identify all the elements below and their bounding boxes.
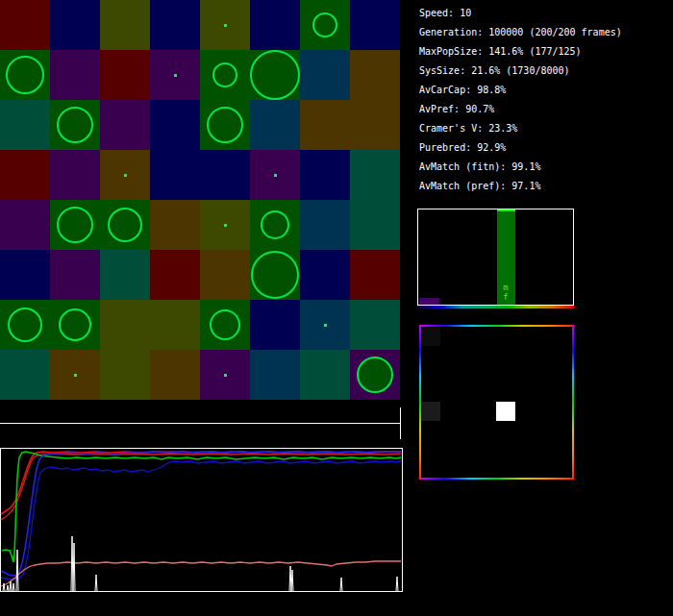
hue-scale-strip [417, 306, 574, 308]
stat-line: Generation: 100000 (200/200 frames) [419, 23, 622, 42]
group-ring [6, 56, 44, 94]
app-window: Speed: 10Generation: 100000 (200/200 fra… [0, 0, 673, 616]
map-cell [150, 350, 200, 400]
map-cell [0, 350, 50, 400]
map-cell [150, 0, 200, 50]
history-chart [0, 448, 403, 592]
timeline-thumb[interactable] [400, 407, 401, 439]
map-cell [350, 150, 400, 200]
map-cell [50, 0, 100, 50]
event-spike [73, 543, 75, 591]
map-cell [300, 50, 350, 100]
creature-dot [224, 24, 227, 27]
histogram-bar-cap [497, 209, 515, 211]
map-cell [250, 100, 300, 150]
histogram-bar-green: m f [497, 209, 515, 305]
map-cell [250, 300, 300, 350]
map-cell [150, 100, 200, 150]
matrix-cell [421, 327, 440, 346]
red-curve-a [1, 452, 401, 514]
histogram-bar-purple [419, 298, 439, 305]
map-cell [300, 150, 350, 200]
map-cell [100, 0, 150, 50]
map-cell [350, 0, 400, 50]
map-cell [100, 350, 150, 400]
matrix-edge-top [419, 325, 574, 327]
matrix-cell [496, 402, 515, 421]
map-cell [0, 200, 50, 250]
map-cell [150, 150, 200, 200]
map-cell [0, 100, 50, 150]
group-ring [261, 210, 289, 239]
creature-dot [324, 324, 327, 327]
map-cell [300, 250, 350, 300]
species-histogram-panel: m f [417, 209, 574, 306]
event-spike [10, 581, 12, 591]
map-cell [300, 100, 350, 150]
map-cell [150, 250, 200, 300]
group-ring [207, 107, 243, 143]
group-ring [59, 308, 91, 341]
group-ring [212, 62, 237, 87]
map-cell [350, 50, 400, 100]
world-grid[interactable] [0, 0, 400, 400]
map-cell [50, 50, 100, 100]
stat-line: AvMatch (pref): 97.1% [419, 177, 622, 196]
map-cell [0, 0, 50, 50]
creature-dot [274, 174, 277, 177]
map-cell [50, 150, 100, 200]
map-cell [50, 250, 100, 300]
event-spike [291, 570, 293, 591]
event-spike [95, 575, 97, 591]
map-cell [350, 100, 400, 150]
matrix-edge-bottom [419, 478, 574, 480]
timeline-track [0, 423, 401, 424]
map-cell [100, 100, 150, 150]
event-spike [396, 577, 398, 591]
group-ring [8, 308, 42, 342]
creature-dot [124, 174, 127, 177]
map-cell [0, 250, 50, 300]
red-curve-b [1, 454, 401, 520]
stat-line: AvMatch (fitn): 99.1% [419, 158, 622, 177]
matrix-edge-right [572, 325, 574, 480]
stat-line: Purebred: 92.9% [419, 138, 622, 158]
group-ring [57, 207, 93, 243]
stat-line: AvCarCap: 98.8% [419, 81, 622, 100]
map-cell [100, 250, 150, 300]
map-cell [0, 150, 50, 200]
map-cell [200, 250, 250, 300]
map-cell [200, 150, 250, 200]
blue-curve-a [1, 452, 401, 576]
map-cell [100, 50, 150, 100]
group-ring [57, 107, 93, 143]
map-cell [300, 350, 350, 400]
map-cell [350, 200, 400, 250]
mating-matrix-panel [419, 325, 574, 480]
creature-dot [224, 224, 227, 227]
event-spike [7, 585, 9, 591]
stat-line: AvPref: 90.7% [419, 100, 622, 119]
chart-border [1, 449, 403, 592]
group-ring [108, 208, 142, 242]
map-cell [300, 200, 350, 250]
group-disc [357, 357, 393, 393]
group-ring [312, 12, 337, 37]
event-spike [16, 550, 18, 591]
map-cell [250, 350, 300, 400]
group-ring [210, 309, 240, 340]
histogram-bar-label: m f [497, 283, 515, 302]
map-cell [350, 250, 400, 300]
stat-line: Cramer's V: 23.3% [419, 119, 622, 138]
stat-line: MaxPopSize: 141.6% (177/125) [419, 42, 622, 62]
creature-dot [74, 374, 77, 377]
event-spike [12, 583, 14, 591]
group-ring [251, 251, 299, 299]
map-cell [100, 300, 150, 350]
stat-line: SysSize: 21.6% (1730/8000) [419, 62, 622, 81]
map-cell [150, 200, 200, 250]
stats-panel: Speed: 10Generation: 100000 (200/200 fra… [419, 4, 622, 196]
creature-dot [174, 74, 177, 77]
stat-line: Speed: 10 [419, 4, 622, 23]
map-cell [350, 300, 400, 350]
